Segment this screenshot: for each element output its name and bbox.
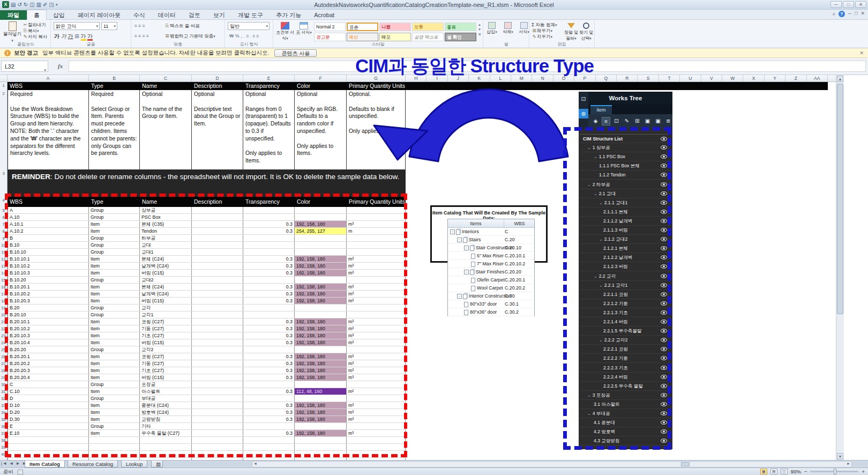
cells-삽입-button[interactable]: 삽입▾ [485,22,498,35]
column-header-R[interactable]: R [617,75,638,82]
cell-style-1-0[interactable]: 경고문 [314,33,346,41]
sheet-tab-lookup[interactable]: Lookup [121,461,147,467]
close-small-icon[interactable]: ✕ [860,11,865,17]
help-icon[interactable]: ? [839,11,845,17]
column-header-Z[interactable]: Z [785,75,806,82]
spec-cell-2[interactable]: Optional The name of the Group or Item. [140,90,192,170]
row-header-1[interactable]: 1 [0,82,7,90]
column-header-F[interactable]: F [295,75,347,82]
cell-style-0-2[interactable]: 나쁨 [379,23,411,31]
merge-center-button[interactable]: ⊞병합하고 가운데 맞춤▾ [164,33,215,39]
scroll-up-icon[interactable]: ▲ [837,76,843,82]
close-button[interactable]: ✕ [855,1,866,8]
row-header-3[interactable]: 3 [0,170,7,197]
zoom-slider[interactable] [810,471,858,472]
cell-style-0-1[interactable]: 표준 [347,23,378,31]
column-header-W[interactable]: W [722,75,743,82]
ribbon-tab-6[interactable]: 검토 [182,10,207,20]
dismiss-warning-icon[interactable]: ✕ [859,50,864,56]
column-header-T[interactable]: T [659,75,680,82]
spec-cell-0[interactable]: Required Use the Work Breakdown Structur… [8,90,89,170]
sort-filter-button[interactable]: 정렬 및 필터▾ [564,22,579,41]
checkbox2-icon[interactable]: ▣ [654,117,662,125]
column-header-A[interactable]: A [8,75,89,82]
minimize-ribbon-icon[interactable]: ─ [848,11,851,17]
monitor2-icon[interactable]: ⊡ [612,117,620,125]
wrap-text-button[interactable]: ⎘텍스트 줄 바꿈 [164,23,200,29]
ribbon-tab-8[interactable]: 개발 도구 [231,10,270,20]
settings-icon[interactable]: ⊛ [579,109,588,118]
number-format-select[interactable]: 일반▾ [228,22,270,30]
monitor-icon[interactable]: ⊡ [579,94,588,103]
font-name-select[interactable]: 맑은 고딕▾ [54,22,100,30]
zoom-out-icon[interactable]: − [804,469,807,474]
layers-icon[interactable]: ≣ [664,117,672,125]
ribbon-help-controls[interactable]: ▵ ? ─ □ ✕ [833,11,865,17]
fill-color-button[interactable]: 가 [81,33,86,41]
ribbon-tab-9[interactable]: 추가 기능 [270,10,308,20]
enable-content-button[interactable]: 콘텐츠 사용 [274,49,317,57]
horizontal-scrollbar[interactable]: ◄ ► [252,461,852,467]
expander-icon[interactable]: - [450,229,455,234]
decimal-increase-icon[interactable]: .0 [244,34,250,38]
percent-icon[interactable]: % [235,33,241,39]
scroll-down-icon[interactable]: ▼ [837,453,843,459]
zoom-in-icon[interactable]: + [862,469,865,474]
name-box[interactable]: L32 ▾ [1,61,48,72]
font-style-buttons[interactable]: 가 가 가 ⊞ 가 가 [54,33,93,39]
column-header-V[interactable]: V [701,75,722,82]
cell-style-1-2[interactable]: 메모 [379,33,411,41]
format-as-table-button[interactable]: 표 서식▾ [296,22,312,35]
underline-button[interactable]: 가 [68,33,73,39]
restore-button[interactable]: □ [843,1,854,8]
row-header-2[interactable]: 2 [0,90,7,170]
zoom-level[interactable]: 90% [791,469,801,474]
halign-buttons[interactable]: ≡ ≡ ≡ ≡ [134,33,149,39]
cell-style-0-4[interactable]: 좋음 [445,23,476,31]
cells-삭제-button[interactable]: 삭제▾ [502,22,514,35]
format-painter-button[interactable]: ✎서식 복사 [23,34,47,40]
column-header-S[interactable]: S [638,75,659,82]
pencil-icon[interactable]: ✎ [623,117,631,125]
zoom-slider-knob[interactable] [834,469,836,474]
horizontal-scroll-thumb[interactable] [681,462,690,466]
page-layout-view-icon[interactable]: ▤ [770,469,777,474]
italic-button[interactable]: 가 [61,33,66,39]
spec-cell-4[interactable]: Optional Ranges from 0 (transparent) to … [243,90,295,170]
number-format-buttons[interactable]: ₩%,.0.00 [229,33,260,39]
page-break-view-icon[interactable]: ◫ [781,469,788,474]
fx-icon[interactable]: fx [58,63,63,69]
cell-style-1-3[interactable]: 설명 텍스트 [412,33,444,41]
vertical-scroll-thumb[interactable] [837,84,843,314]
expander-icon[interactable]: - [464,270,469,274]
cube-icon[interactable]: ◈ [592,117,600,125]
font-size-select[interactable]: 11▾ [101,22,117,30]
namebox-dropdown-icon[interactable]: ▾ [44,65,46,76]
decimal-decrease-icon[interactable]: .00 [250,34,260,38]
spec-cell-3[interactable]: Optional Descriptive text about the Grou… [192,90,243,170]
ribbon-tab-3[interactable]: 페이지 레이아웃 [71,10,127,20]
clear-button[interactable]: ✎지우기▾ [532,34,557,40]
cell-style-0-0[interactable]: Normal 2 [314,23,346,31]
sheet-tab-item-catalog[interactable]: Item Catalog [25,461,65,467]
select-all-corner[interactable] [0,75,8,82]
spec-cell-1[interactable]: Required Select Group or Item. Parents m… [89,90,140,170]
ribbon-tab-2[interactable]: 삽입 [47,10,71,20]
expander-icon[interactable]: - [457,238,462,242]
spec-cell-5[interactable]: Optional Specify an RGB. Defaults to a r… [295,90,347,170]
cell-style-1-4[interactable]: 셀 확인 [445,33,476,41]
gallery-scroll-buttons[interactable]: ▲▼≣ [478,23,481,37]
fill-button[interactable]: ⊞채우기▾ [532,28,557,34]
paste-button[interactable]: 붙여넣기▾ [3,21,21,43]
sheet-tab-resource-catalog[interactable]: Resource Catalog [68,461,118,467]
minimize-button[interactable]: ─ [830,1,842,8]
copy-button[interactable]: ⎘복사▾ [23,28,47,34]
ribbon-tab-5[interactable]: 데이터 [152,10,182,20]
column-header-E[interactable]: E [243,75,295,82]
column-header-Y[interactable]: Y [765,75,785,82]
column-header-X[interactable]: X [743,75,764,82]
column-header-C[interactable]: C [140,75,192,82]
find-select-button[interactable]: 찾기 및 선택▾ [579,22,594,41]
font-color-button[interactable]: 가 [87,33,93,41]
works-tree-title[interactable]: Works Tree [579,92,672,105]
